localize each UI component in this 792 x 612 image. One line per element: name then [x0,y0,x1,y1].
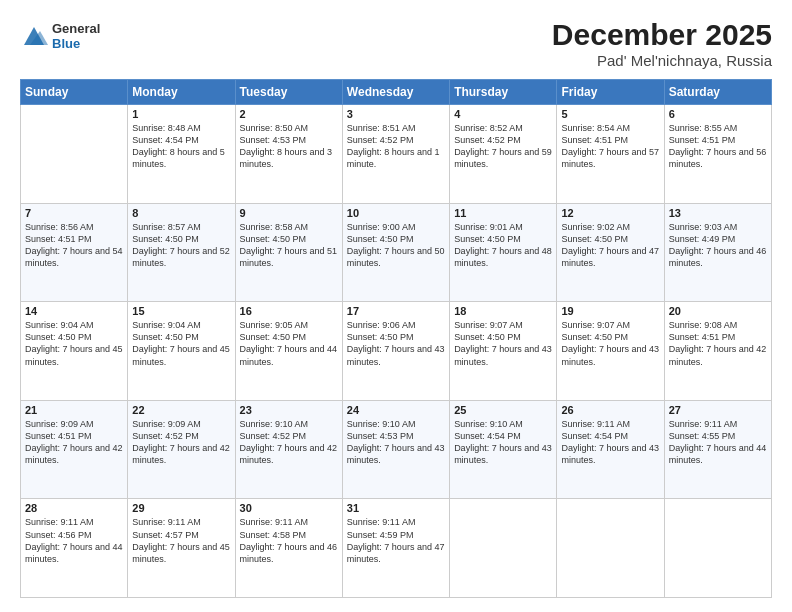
calendar-day-number: 29 [132,502,230,514]
calendar-day-number: 20 [669,305,767,317]
calendar-day-number: 3 [347,108,445,120]
calendar-cell-content: Sunrise: 9:01 AM Sunset: 4:50 PM Dayligh… [454,221,552,270]
calendar-cell-content: Sunrise: 9:04 AM Sunset: 4:50 PM Dayligh… [25,319,123,368]
calendar-cell-content: Sunrise: 9:10 AM Sunset: 4:52 PM Dayligh… [240,418,338,467]
calendar-cell: 18Sunrise: 9:07 AM Sunset: 4:50 PM Dayli… [450,302,557,401]
calendar-cell-content: Sunrise: 9:00 AM Sunset: 4:50 PM Dayligh… [347,221,445,270]
calendar-cell: 28Sunrise: 9:11 AM Sunset: 4:56 PM Dayli… [21,499,128,598]
page-title: December 2025 [552,18,772,52]
calendar-day-number: 26 [561,404,659,416]
calendar-cell: 20Sunrise: 9:08 AM Sunset: 4:51 PM Dayli… [664,302,771,401]
calendar-cell: 15Sunrise: 9:04 AM Sunset: 4:50 PM Dayli… [128,302,235,401]
calendar-cell: 22Sunrise: 9:09 AM Sunset: 4:52 PM Dayli… [128,400,235,499]
calendar-day-number: 17 [347,305,445,317]
calendar-day-number: 11 [454,207,552,219]
calendar-cell: 31Sunrise: 9:11 AM Sunset: 4:59 PM Dayli… [342,499,449,598]
calendar-cell: 3Sunrise: 8:51 AM Sunset: 4:52 PM Daylig… [342,105,449,204]
calendar-cell [21,105,128,204]
calendar-cell-content: Sunrise: 9:11 AM Sunset: 4:59 PM Dayligh… [347,516,445,565]
calendar-day-number: 15 [132,305,230,317]
calendar-cell: 10Sunrise: 9:00 AM Sunset: 4:50 PM Dayli… [342,203,449,302]
calendar-cell-content: Sunrise: 9:11 AM Sunset: 4:56 PM Dayligh… [25,516,123,565]
calendar-cell: 23Sunrise: 9:10 AM Sunset: 4:52 PM Dayli… [235,400,342,499]
calendar-cell: 2Sunrise: 8:50 AM Sunset: 4:53 PM Daylig… [235,105,342,204]
calendar-cell-content: Sunrise: 8:56 AM Sunset: 4:51 PM Dayligh… [25,221,123,270]
calendar-cell: 8Sunrise: 8:57 AM Sunset: 4:50 PM Daylig… [128,203,235,302]
calendar-cell-content: Sunrise: 8:51 AM Sunset: 4:52 PM Dayligh… [347,122,445,171]
calendar-cell-content: Sunrise: 9:11 AM Sunset: 4:57 PM Dayligh… [132,516,230,565]
calendar-cell: 29Sunrise: 9:11 AM Sunset: 4:57 PM Dayli… [128,499,235,598]
calendar-cell: 24Sunrise: 9:10 AM Sunset: 4:53 PM Dayli… [342,400,449,499]
calendar-cell-content: Sunrise: 9:08 AM Sunset: 4:51 PM Dayligh… [669,319,767,368]
calendar-day-number: 14 [25,305,123,317]
calendar-cell [664,499,771,598]
calendar-table: SundayMondayTuesdayWednesdayThursdayFrid… [20,79,772,598]
calendar-header-row: SundayMondayTuesdayWednesdayThursdayFrid… [21,80,772,105]
calendar-week-row: 28Sunrise: 9:11 AM Sunset: 4:56 PM Dayli… [21,499,772,598]
calendar-day-number: 18 [454,305,552,317]
calendar-header-friday: Friday [557,80,664,105]
calendar-day-number: 6 [669,108,767,120]
calendar-cell-content: Sunrise: 9:10 AM Sunset: 4:54 PM Dayligh… [454,418,552,467]
calendar-cell-content: Sunrise: 9:03 AM Sunset: 4:49 PM Dayligh… [669,221,767,270]
calendar-cell-content: Sunrise: 8:58 AM Sunset: 4:50 PM Dayligh… [240,221,338,270]
calendar-day-number: 4 [454,108,552,120]
calendar-cell-content: Sunrise: 9:09 AM Sunset: 4:52 PM Dayligh… [132,418,230,467]
calendar-cell-content: Sunrise: 8:48 AM Sunset: 4:54 PM Dayligh… [132,122,230,171]
calendar-cell: 30Sunrise: 9:11 AM Sunset: 4:58 PM Dayli… [235,499,342,598]
calendar-cell-content: Sunrise: 9:09 AM Sunset: 4:51 PM Dayligh… [25,418,123,467]
calendar-cell [450,499,557,598]
calendar-body: 1Sunrise: 8:48 AM Sunset: 4:54 PM Daylig… [21,105,772,598]
calendar-header-tuesday: Tuesday [235,80,342,105]
calendar-header-wednesday: Wednesday [342,80,449,105]
calendar-cell-content: Sunrise: 8:50 AM Sunset: 4:53 PM Dayligh… [240,122,338,171]
calendar-week-row: 21Sunrise: 9:09 AM Sunset: 4:51 PM Dayli… [21,400,772,499]
calendar-header-monday: Monday [128,80,235,105]
calendar-day-number: 21 [25,404,123,416]
calendar-cell-content: Sunrise: 8:57 AM Sunset: 4:50 PM Dayligh… [132,221,230,270]
calendar-cell: 7Sunrise: 8:56 AM Sunset: 4:51 PM Daylig… [21,203,128,302]
calendar-cell: 19Sunrise: 9:07 AM Sunset: 4:50 PM Dayli… [557,302,664,401]
calendar-day-number: 13 [669,207,767,219]
calendar-day-number: 22 [132,404,230,416]
calendar-cell-content: Sunrise: 9:07 AM Sunset: 4:50 PM Dayligh… [561,319,659,368]
calendar-week-row: 1Sunrise: 8:48 AM Sunset: 4:54 PM Daylig… [21,105,772,204]
calendar-cell: 27Sunrise: 9:11 AM Sunset: 4:55 PM Dayli… [664,400,771,499]
calendar-cell-content: Sunrise: 9:04 AM Sunset: 4:50 PM Dayligh… [132,319,230,368]
calendar-cell: 5Sunrise: 8:54 AM Sunset: 4:51 PM Daylig… [557,105,664,204]
calendar-week-row: 7Sunrise: 8:56 AM Sunset: 4:51 PM Daylig… [21,203,772,302]
calendar-header-saturday: Saturday [664,80,771,105]
calendar-day-number: 25 [454,404,552,416]
calendar-cell: 9Sunrise: 8:58 AM Sunset: 4:50 PM Daylig… [235,203,342,302]
calendar-cell-content: Sunrise: 9:02 AM Sunset: 4:50 PM Dayligh… [561,221,659,270]
page: General Blue December 2025 Pad' Mel'nich… [0,0,792,612]
calendar-cell: 17Sunrise: 9:06 AM Sunset: 4:50 PM Dayli… [342,302,449,401]
calendar-day-number: 10 [347,207,445,219]
calendar-day-number: 9 [240,207,338,219]
calendar-day-number: 19 [561,305,659,317]
calendar-cell-content: Sunrise: 9:05 AM Sunset: 4:50 PM Dayligh… [240,319,338,368]
calendar-cell: 16Sunrise: 9:05 AM Sunset: 4:50 PM Dayli… [235,302,342,401]
calendar-cell-content: Sunrise: 9:11 AM Sunset: 4:54 PM Dayligh… [561,418,659,467]
calendar-day-number: 24 [347,404,445,416]
calendar-header-sunday: Sunday [21,80,128,105]
calendar-header-thursday: Thursday [450,80,557,105]
logo-general-label: General [52,22,100,37]
calendar-cell: 6Sunrise: 8:55 AM Sunset: 4:51 PM Daylig… [664,105,771,204]
calendar-day-number: 1 [132,108,230,120]
calendar-day-number: 8 [132,207,230,219]
calendar-week-row: 14Sunrise: 9:04 AM Sunset: 4:50 PM Dayli… [21,302,772,401]
logo-icon [20,23,48,51]
logo-text: General Blue [52,22,100,52]
calendar-cell: 1Sunrise: 8:48 AM Sunset: 4:54 PM Daylig… [128,105,235,204]
calendar-cell [557,499,664,598]
calendar-cell-content: Sunrise: 9:11 AM Sunset: 4:58 PM Dayligh… [240,516,338,565]
calendar-cell: 12Sunrise: 9:02 AM Sunset: 4:50 PM Dayli… [557,203,664,302]
calendar-cell-content: Sunrise: 9:07 AM Sunset: 4:50 PM Dayligh… [454,319,552,368]
title-block: December 2025 Pad' Mel'nichnaya, Russia [552,18,772,69]
calendar-cell: 4Sunrise: 8:52 AM Sunset: 4:52 PM Daylig… [450,105,557,204]
calendar-cell-content: Sunrise: 9:06 AM Sunset: 4:50 PM Dayligh… [347,319,445,368]
calendar-cell: 21Sunrise: 9:09 AM Sunset: 4:51 PM Dayli… [21,400,128,499]
calendar-cell-content: Sunrise: 8:54 AM Sunset: 4:51 PM Dayligh… [561,122,659,171]
calendar-cell-content: Sunrise: 9:11 AM Sunset: 4:55 PM Dayligh… [669,418,767,467]
